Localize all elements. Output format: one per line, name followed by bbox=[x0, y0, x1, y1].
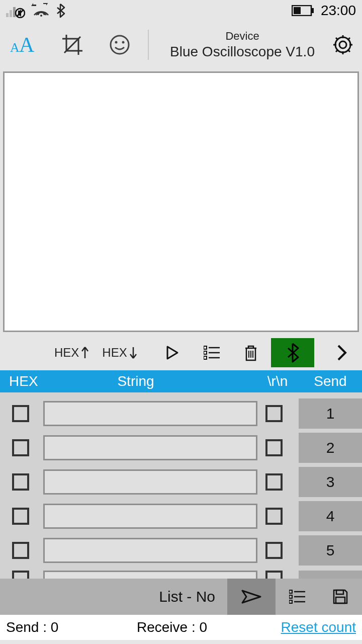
reset-count-link[interactable]: Reset count bbox=[281, 619, 356, 635]
hex-checkbox[interactable] bbox=[12, 473, 29, 491]
status-bar: 23:00 bbox=[0, 0, 362, 21]
crlf-checkbox[interactable] bbox=[265, 405, 283, 422]
crlf-checkbox[interactable] bbox=[265, 542, 283, 559]
crlf-checkbox[interactable] bbox=[265, 439, 283, 456]
play-icon[interactable] bbox=[156, 335, 189, 370]
bottom-action-bar: List - No bbox=[0, 579, 362, 615]
svg-point-12 bbox=[111, 36, 129, 54]
bluetooth-connect-button[interactable] bbox=[271, 338, 314, 367]
trash-icon[interactable] bbox=[235, 335, 267, 370]
list-details-icon[interactable] bbox=[196, 335, 228, 370]
string-input[interactable] bbox=[43, 435, 257, 460]
send-count: Send : 0 bbox=[6, 619, 122, 635]
svg-rect-7 bbox=[312, 8, 314, 13]
col-hex: HEX bbox=[0, 373, 45, 389]
list-mode-label[interactable]: List - No bbox=[0, 588, 227, 605]
app-toolbar: A A Device Blue Oscilloscope V1.0 bbox=[0, 21, 362, 68]
send-button[interactable]: 4 bbox=[299, 501, 362, 531]
crop-icon[interactable] bbox=[61, 34, 83, 56]
svg-text:A: A bbox=[10, 40, 20, 55]
footer-counts: Send : 0 Receive : 0 Reset count bbox=[0, 615, 362, 640]
send-row: 3 bbox=[0, 465, 362, 499]
svg-text:A: A bbox=[19, 34, 35, 56]
device-info[interactable]: Device Blue Oscilloscope V1.0 bbox=[156, 30, 329, 60]
string-input[interactable] bbox=[43, 401, 257, 426]
crlf-checkbox[interactable] bbox=[265, 473, 283, 491]
svg-point-16 bbox=[335, 37, 350, 52]
send-button[interactable]: 1 bbox=[299, 398, 362, 429]
send-row: 4 bbox=[0, 499, 362, 533]
svg-rect-18 bbox=[204, 351, 207, 354]
battery-icon bbox=[292, 5, 314, 16]
svg-rect-0 bbox=[6, 13, 9, 17]
send-row: 1 bbox=[0, 396, 362, 431]
string-input[interactable] bbox=[43, 504, 257, 529]
svg-rect-8 bbox=[294, 7, 301, 14]
send-button[interactable]: 3 bbox=[299, 467, 362, 497]
svg-point-13 bbox=[115, 41, 118, 44]
svg-rect-33 bbox=[336, 597, 345, 603]
device-name: Blue Oscilloscope V1.0 bbox=[156, 44, 329, 60]
send-button[interactable] bbox=[299, 571, 362, 579]
string-input[interactable] bbox=[43, 538, 257, 563]
svg-rect-28 bbox=[289, 600, 292, 603]
hex-checkbox[interactable] bbox=[12, 542, 29, 559]
send-row: 5 bbox=[0, 533, 362, 568]
hex-checkbox[interactable] bbox=[12, 405, 29, 422]
hex-up-button[interactable]: HEX bbox=[50, 346, 93, 360]
save-icon[interactable] bbox=[319, 579, 362, 615]
svg-rect-1 bbox=[10, 10, 12, 17]
svg-rect-32 bbox=[336, 590, 343, 594]
smiley-icon[interactable] bbox=[109, 34, 131, 56]
send-row bbox=[0, 568, 362, 579]
svg-point-14 bbox=[122, 41, 125, 44]
receive-count: Receive : 0 bbox=[122, 619, 281, 635]
svg-rect-27 bbox=[289, 595, 292, 598]
device-label: Device bbox=[156, 30, 329, 43]
hex-checkbox[interactable] bbox=[12, 508, 29, 525]
wifi-arrows-icon bbox=[30, 3, 50, 18]
column-header-row: HEX String \r\n Send bbox=[0, 370, 362, 392]
bluetooth-icon bbox=[55, 3, 65, 18]
col-send: Send bbox=[299, 373, 362, 389]
col-crlf: \r\n bbox=[256, 373, 299, 389]
svg-point-15 bbox=[339, 41, 346, 48]
svg-rect-19 bbox=[204, 356, 207, 359]
mid-toolbar: HEX HEX bbox=[0, 335, 362, 370]
string-input[interactable] bbox=[43, 469, 257, 495]
toolbar-divider bbox=[148, 30, 149, 60]
signal-mute-icon bbox=[6, 3, 25, 18]
list-view-icon[interactable] bbox=[276, 579, 319, 615]
send-button[interactable]: 5 bbox=[299, 535, 362, 566]
string-input[interactable] bbox=[43, 571, 257, 579]
send-rows: 1 2 3 4 5 bbox=[0, 392, 362, 579]
col-string: String bbox=[45, 373, 256, 389]
chevron-right-icon[interactable] bbox=[324, 335, 360, 370]
crlf-checkbox[interactable] bbox=[265, 508, 283, 525]
send-arrow-button[interactable] bbox=[227, 579, 276, 615]
font-size-icon[interactable]: A A bbox=[10, 34, 36, 56]
svg-point-5 bbox=[40, 15, 42, 17]
terminal-output[interactable] bbox=[3, 71, 359, 332]
hex-checkbox[interactable] bbox=[12, 571, 29, 579]
crlf-checkbox[interactable] bbox=[265, 571, 283, 579]
hex-checkbox[interactable] bbox=[12, 439, 29, 456]
svg-rect-17 bbox=[204, 346, 207, 349]
send-button[interactable]: 2 bbox=[299, 433, 362, 463]
svg-rect-26 bbox=[289, 590, 292, 593]
hex-down-button[interactable]: HEX bbox=[98, 346, 141, 360]
clock: 23:00 bbox=[321, 3, 356, 19]
settings-gear-icon[interactable] bbox=[331, 33, 354, 56]
send-row: 2 bbox=[0, 431, 362, 465]
